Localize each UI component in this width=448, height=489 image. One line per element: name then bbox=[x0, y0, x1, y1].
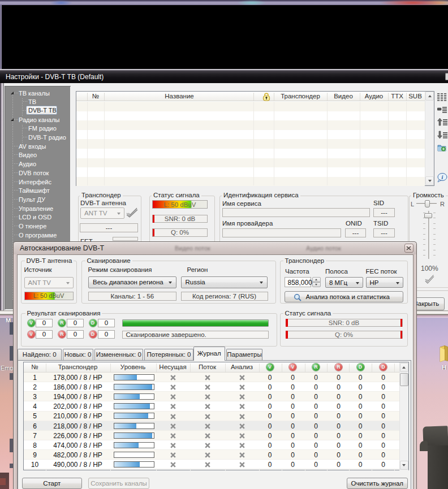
svg-text:i: i bbox=[442, 174, 443, 180]
